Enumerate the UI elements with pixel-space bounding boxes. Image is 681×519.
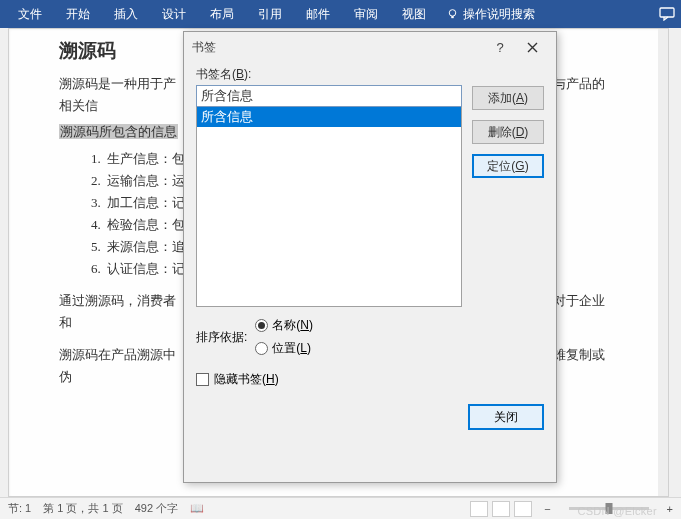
dialog-title: 书签 bbox=[192, 39, 484, 56]
zoom-in-icon[interactable]: + bbox=[667, 503, 673, 515]
language-indicator[interactable]: 📖 bbox=[190, 502, 204, 515]
dialog-titlebar[interactable]: 书签 ? bbox=[184, 32, 556, 62]
tell-me-search[interactable]: 操作说明搜索 bbox=[438, 6, 543, 23]
page-indicator[interactable]: 第 1 页，共 1 页 bbox=[43, 501, 122, 516]
checkbox-icon bbox=[196, 373, 209, 386]
hidden-bookmarks-row[interactable]: 隐藏书签(H) bbox=[196, 371, 544, 388]
svg-point-0 bbox=[449, 9, 456, 16]
zoom-out-icon[interactable]: − bbox=[544, 503, 550, 515]
sort-label: 排序依据: bbox=[196, 329, 247, 346]
view-switcher[interactable] bbox=[470, 501, 532, 517]
tab-file[interactable]: 文件 bbox=[6, 0, 54, 28]
lightbulb-icon bbox=[446, 8, 459, 21]
tab-layout[interactable]: 布局 bbox=[198, 0, 246, 28]
tab-view[interactable]: 视图 bbox=[390, 0, 438, 28]
bookmark-dialog: 书签 ? 书签名(B): 所含信息 添加(A) 删除(D) 定位(G) 排序依据… bbox=[183, 31, 557, 483]
tab-home[interactable]: 开始 bbox=[54, 0, 102, 28]
svg-rect-2 bbox=[660, 8, 674, 17]
sort-by-row: 排序依据: 名称(N) 位置(L) bbox=[196, 317, 544, 357]
comment-icon[interactable] bbox=[659, 7, 675, 21]
tab-design[interactable]: 设计 bbox=[150, 0, 198, 28]
bookmark-list-item[interactable]: 所含信息 bbox=[197, 107, 461, 127]
add-button[interactable]: 添加(A) bbox=[472, 86, 544, 110]
delete-button[interactable]: 删除(D) bbox=[472, 120, 544, 144]
svg-rect-1 bbox=[451, 16, 453, 18]
section-indicator[interactable]: 节: 1 bbox=[8, 501, 31, 516]
close-icon[interactable] bbox=[516, 35, 548, 59]
bookmark-name-input[interactable] bbox=[196, 85, 462, 107]
goto-button[interactable]: 定位(G) bbox=[472, 154, 544, 178]
web-layout-icon[interactable] bbox=[514, 501, 532, 517]
help-button[interactable]: ? bbox=[484, 35, 516, 59]
highlighted-text: 溯源码所包含的信息 bbox=[59, 124, 178, 139]
sort-location-radio[interactable]: 位置(L) bbox=[255, 340, 313, 357]
sort-name-radio[interactable]: 名称(N) bbox=[255, 317, 313, 334]
close-button[interactable]: 关闭 bbox=[468, 404, 544, 430]
radio-icon bbox=[255, 319, 268, 332]
tab-mailings[interactable]: 邮件 bbox=[294, 0, 342, 28]
ribbon: 文件 开始 插入 设计 布局 引用 邮件 审阅 视图 操作说明搜索 bbox=[0, 0, 681, 28]
word-count[interactable]: 492 个字 bbox=[135, 501, 178, 516]
bookmark-name-label: 书签名(B): bbox=[196, 66, 462, 83]
zoom-slider[interactable] bbox=[569, 507, 649, 510]
print-layout-icon[interactable] bbox=[492, 501, 510, 517]
statusbar: 节: 1 第 1 页，共 1 页 492 个字 📖 − + bbox=[0, 497, 681, 519]
search-label: 操作说明搜索 bbox=[463, 6, 535, 23]
radio-icon bbox=[255, 342, 268, 355]
tab-references[interactable]: 引用 bbox=[246, 0, 294, 28]
read-mode-icon[interactable] bbox=[470, 501, 488, 517]
scrollbar[interactable] bbox=[658, 29, 668, 496]
tab-insert[interactable]: 插入 bbox=[102, 0, 150, 28]
tab-review[interactable]: 审阅 bbox=[342, 0, 390, 28]
bookmark-list[interactable]: 所含信息 bbox=[196, 107, 462, 307]
